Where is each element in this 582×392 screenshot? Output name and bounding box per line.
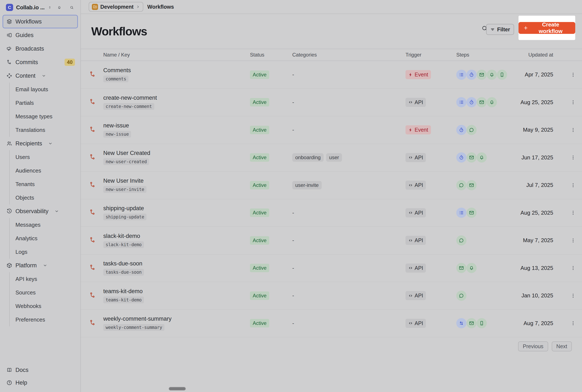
workflow-table-body: CommentscommentsActive-EventApr 7, 2025c…: [81, 61, 582, 337]
step-list-icon: [459, 210, 464, 216]
sidebar-item-label: Help: [15, 380, 27, 386]
row-menu-button[interactable]: [569, 263, 578, 272]
sidebar-item-preferences[interactable]: Preferences: [10, 313, 78, 326]
row-menu-button[interactable]: [569, 70, 578, 79]
step-phone-icon: [499, 72, 505, 78]
table-row[interactable]: weekly-comment-summaryweekly-comment-sum…: [81, 310, 582, 338]
row-menu-button[interactable]: [569, 153, 578, 162]
sidebar-item-users[interactable]: Users: [10, 150, 78, 164]
trigger-label: API: [415, 265, 423, 271]
table-row[interactable]: New User Creatednew-user-createdActiveon…: [81, 144, 582, 172]
sidebar-item-webhooks[interactable]: Webhooks: [10, 299, 78, 313]
table-row[interactable]: CommentscommentsActive-EventApr 7, 2025: [81, 61, 582, 89]
breadcrumb-environment[interactable]: Development: [89, 2, 143, 12]
step-phone-icon: [479, 320, 485, 326]
sidebar-item-observability[interactable]: Observability: [2, 204, 78, 218]
trigger-label: Event: [415, 127, 428, 133]
row-menu-button[interactable]: [569, 98, 578, 107]
step-email-icon: [469, 182, 474, 188]
sidebar-item-audiences[interactable]: Audiences: [10, 164, 78, 177]
workflow-name[interactable]: create-new-comment: [103, 94, 250, 101]
sidebar-item-tenants[interactable]: Tenants: [10, 177, 78, 191]
workspace-header: C Collab.io ...: [0, 2, 80, 13]
table-row[interactable]: tasks-due-soontasks-due-soonActive-APIAu…: [81, 254, 582, 282]
row-menu-button[interactable]: [569, 236, 578, 245]
notifications-bell-icon[interactable]: [57, 5, 61, 10]
workflow-name[interactable]: new-issue: [103, 122, 250, 129]
step-timer-icon: [459, 155, 464, 160]
sidebar-item-sources[interactable]: Sources: [10, 286, 78, 299]
updated-at: Aug 7, 2025: [519, 320, 553, 326]
step-timer-icon: [469, 100, 474, 105]
sidebar-item-workflows[interactable]: Workflows: [2, 15, 78, 28]
environment-label: Development: [100, 4, 133, 10]
workflow-name[interactable]: tasks-due-soon: [103, 260, 250, 267]
sidebar-item-docs[interactable]: Docs: [2, 364, 78, 376]
filter-button[interactable]: Filter: [486, 24, 514, 35]
sidebar-item-logs[interactable]: Logs: [10, 245, 78, 259]
code-icon: [408, 210, 413, 215]
categories-cell: -: [292, 320, 406, 326]
workspace-switcher-icon[interactable]: [48, 5, 51, 10]
trigger-label: API: [415, 292, 423, 299]
step-email-badge: [467, 208, 477, 218]
next-page-button[interactable]: Next: [552, 342, 572, 351]
column-categories: Categories: [292, 52, 406, 58]
status-badge: Active: [250, 208, 269, 217]
table-row[interactable]: create-new-commentcreate-new-commentActi…: [81, 89, 582, 116]
sidebar-item-partials[interactable]: Partials: [10, 96, 78, 110]
category-chip: user-invite: [292, 181, 322, 190]
code-icon: [408, 155, 413, 160]
table-row[interactable]: new-issuenew-issueActive-EventMay 9, 202…: [81, 116, 582, 144]
sidebar-item-analytics[interactable]: Analytics: [10, 232, 78, 245]
workflow-name[interactable]: teams-kit-demo: [103, 288, 250, 295]
sidebar-item-guides[interactable]: Guides: [2, 28, 78, 42]
chevron-down-icon: [48, 141, 53, 146]
sidebar-item-objects[interactable]: Objects: [10, 191, 78, 204]
sidebar-search-icon[interactable]: [70, 5, 74, 10]
table-row[interactable]: New User Invitenew-user-inviteActiveuser…: [81, 172, 582, 199]
sidebar-item-messages[interactable]: Messages: [10, 218, 78, 232]
workflow-name[interactable]: New User Invite: [103, 178, 250, 184]
updated-at: Aug 25, 2025: [519, 210, 553, 216]
sidebar-item-recipients[interactable]: Recipients: [2, 137, 78, 150]
sidebar-item-help[interactable]: Help: [2, 376, 78, 389]
workflow-name[interactable]: New User Created: [103, 150, 250, 156]
kebab-icon: [570, 320, 576, 326]
trigger-label: Event: [415, 72, 428, 78]
row-menu-button[interactable]: [569, 318, 578, 328]
steps-cell: [456, 70, 519, 80]
workflow-icon: [89, 236, 96, 244]
steps-cell: [456, 97, 519, 107]
workflow-name[interactable]: slack-kit-demo: [103, 233, 250, 240]
updated-at: Jun 17, 2025: [519, 154, 553, 161]
updated-at: May 7, 2025: [519, 237, 553, 244]
steps-cell: [456, 180, 519, 190]
sidebar-item-commits[interactable]: Commits40: [2, 56, 78, 69]
create-workflow-button[interactable]: Create workflow: [519, 22, 575, 34]
workflow-name[interactable]: Comments: [103, 67, 250, 74]
table-row[interactable]: teams-kit-demoteams-kit-demoActive-APIJa…: [81, 282, 582, 310]
row-menu-button[interactable]: [569, 125, 578, 134]
column-steps: Steps: [456, 52, 519, 58]
row-menu-button[interactable]: [569, 291, 578, 300]
workflow-name[interactable]: weekly-comment-summary: [103, 316, 250, 322]
sidebar-item-email-layouts[interactable]: Email layouts: [10, 82, 78, 96]
step-timer-badge: [456, 125, 467, 135]
sidebar-item-message-types[interactable]: Message types: [10, 110, 78, 123]
table-row[interactable]: shipping-updateshipping-updateActive-API…: [81, 199, 582, 227]
sidebar-item-content[interactable]: Content: [2, 69, 78, 82]
status-badge: Active: [250, 292, 269, 300]
sidebar-item-platform[interactable]: Platform: [2, 259, 78, 272]
horizontal-scrollbar-thumb[interactable]: [169, 387, 186, 390]
step-chat-icon: [459, 238, 464, 243]
trigger-badge: API: [406, 98, 426, 107]
previous-page-button[interactable]: Previous: [518, 342, 548, 351]
sidebar-item-broadcasts[interactable]: Broadcasts: [2, 42, 78, 56]
workflow-name[interactable]: shipping-update: [103, 205, 250, 212]
table-row[interactable]: slack-kit-demoslack-kit-demoActive-APIMa…: [81, 227, 582, 254]
sidebar-item-api-keys[interactable]: API keys: [10, 272, 78, 286]
row-menu-button[interactable]: [569, 180, 578, 190]
sidebar-item-translations[interactable]: Translations: [10, 123, 78, 137]
row-menu-button[interactable]: [569, 208, 578, 218]
